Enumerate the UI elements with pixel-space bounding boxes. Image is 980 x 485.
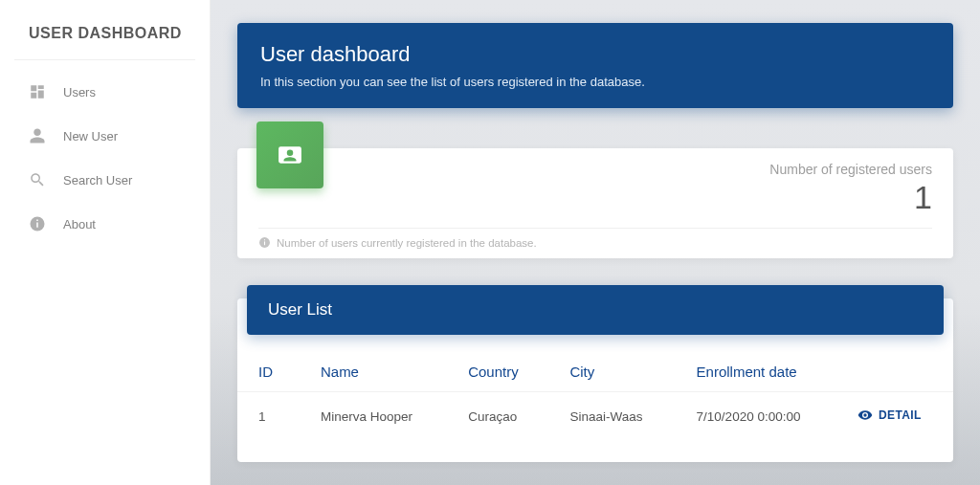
svg-rect-5 (264, 239, 265, 240)
column-actions (836, 352, 953, 392)
main-content: User dashboard In this section you can s… (211, 0, 980, 485)
sidebar-title: USER DASHBOARD (0, 0, 210, 59)
svg-rect-4 (264, 241, 265, 245)
sidebar-item-users[interactable]: Users (0, 70, 210, 114)
cell-city: Sinaai-Waas (548, 392, 675, 434)
page-title: User dashboard (260, 42, 930, 67)
stat-card: Number of registered users 1 Number of u… (237, 148, 953, 258)
cell-id: 1 (237, 392, 300, 434)
person-icon (29, 127, 46, 144)
cell-enrollment: 7/10/2020 0:00:00 (676, 392, 836, 434)
sidebar-item-label: New User (63, 129, 118, 143)
stat-label: Number of registered users (769, 162, 932, 177)
sidebar-item-search-user[interactable]: Search User (0, 158, 210, 202)
sidebar-item-new-user[interactable]: New User (0, 114, 210, 158)
page-header: User dashboard In this section you can s… (237, 23, 953, 108)
sidebar: USER DASHBOARD Users New User Search Use… (0, 0, 211, 485)
table-header-row: ID Name Country City Enrollment date (237, 352, 953, 392)
cell-actions: DETAIL (836, 392, 953, 434)
cell-name: Minerva Hooper (300, 392, 447, 434)
info-icon (258, 236, 271, 249)
info-icon (29, 215, 46, 232)
column-city: City (548, 352, 675, 392)
search-icon (29, 171, 46, 188)
divider (14, 59, 195, 60)
user-list-card: User List ID Name Country City Enrollmen… (237, 298, 953, 462)
sidebar-item-about[interactable]: About (0, 202, 210, 246)
svg-rect-2 (36, 220, 38, 222)
eye-icon (858, 408, 873, 423)
stat-footer-text: Number of users currently registered in … (277, 237, 537, 249)
detail-button[interactable]: DETAIL (858, 408, 922, 423)
column-id: ID (237, 352, 300, 392)
page-subtitle: In this section you can see the list of … (260, 75, 930, 89)
cell-country: Curaçao (447, 392, 548, 434)
column-country: Country (447, 352, 548, 392)
stat-footer: Number of users currently registered in … (258, 228, 932, 249)
column-enrollment: Enrollment date (676, 352, 836, 392)
sidebar-item-label: Search User (63, 173, 132, 187)
dashboard-icon (29, 83, 46, 100)
user-table: ID Name Country City Enrollment date 1 M… (237, 352, 953, 433)
column-name: Name (300, 352, 447, 392)
contact-card-icon (256, 121, 323, 188)
table-row: 1 Minerva Hooper Curaçao Sinaai-Waas 7/1… (237, 392, 953, 434)
detail-button-label: DETAIL (879, 408, 922, 422)
list-card-title: User List (247, 285, 944, 335)
sidebar-item-label: About (63, 217, 96, 231)
stat-value: 1 (914, 179, 932, 216)
svg-rect-1 (36, 223, 38, 228)
sidebar-item-label: Users (63, 85, 96, 99)
